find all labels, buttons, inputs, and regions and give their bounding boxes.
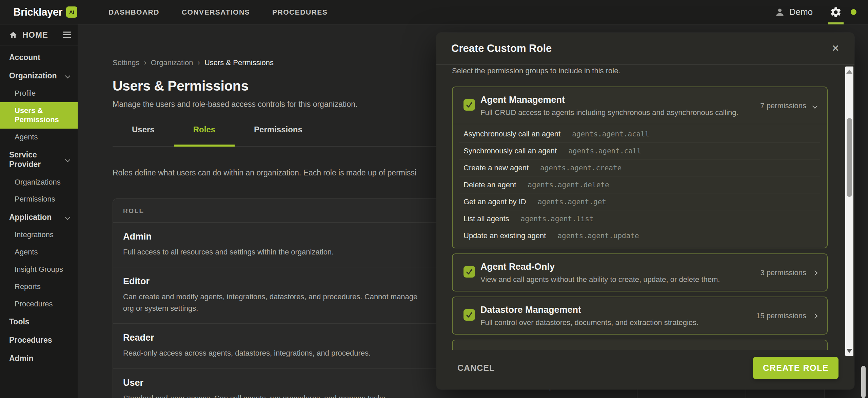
sidebar-item-users-permissions[interactable]: Users & Permissions xyxy=(0,102,78,129)
list-item: Create a new agent agents.agent.create xyxy=(459,159,820,176)
settings-sidebar: HOME Account Organization Profile Users … xyxy=(0,24,78,398)
modal-footer: CANCEL CREATE ROLE xyxy=(436,350,854,390)
permission-label: Delete an agent xyxy=(463,181,516,189)
sidebar-item-admin[interactable]: Admin xyxy=(0,349,78,367)
permission-count: 3 permissions xyxy=(760,268,806,277)
permission-group-header[interactable]: Datastore Management Full control over d… xyxy=(453,297,827,334)
settings-gear-button[interactable] xyxy=(830,0,842,24)
modal-subtitle: Select the permission groups to include … xyxy=(452,67,828,75)
close-icon[interactable]: ✕ xyxy=(832,44,840,53)
permission-group-agent-read-only: Agent Read-Only View and call agents wit… xyxy=(452,253,828,291)
gear-icon xyxy=(830,6,842,18)
sidebar-item-reports[interactable]: Reports xyxy=(0,278,78,296)
permission-group-datastore-management: Datastore Management Full control over d… xyxy=(452,297,828,335)
breadcrumb-current: Users & Permissions xyxy=(204,58,274,67)
check-icon xyxy=(465,311,473,319)
list-item: Get an agent by ID agents.agent.get xyxy=(459,193,820,210)
group-name: Datastore Management xyxy=(480,305,698,315)
nav-procedures[interactable]: PROCEDURES xyxy=(272,8,328,16)
group-name: Agent Management xyxy=(480,95,738,105)
sidebar-item-procedures-app[interactable]: Procedures xyxy=(0,296,78,313)
modal-scrollbar-thumb[interactable] xyxy=(847,118,852,197)
sidebar-item-integrations[interactable]: Integrations xyxy=(0,226,78,244)
nav-conversations[interactable]: CONVERSATIONS xyxy=(182,8,250,16)
chevron-down-icon xyxy=(65,73,71,78)
chevron-right-icon[interactable] xyxy=(812,313,818,319)
list-item: Asynchronously call an agent agents.agen… xyxy=(459,126,820,143)
nav-dashboard[interactable]: DASHBOARD xyxy=(108,8,159,16)
user-menu[interactable]: Demo xyxy=(775,7,813,17)
create-role-button[interactable]: CREATE ROLE xyxy=(753,357,839,379)
permission-code: agents.agent.delete xyxy=(528,181,609,189)
breadcrumb-separator: › xyxy=(198,58,200,67)
check-icon xyxy=(465,101,473,109)
sidebar-item-service-provider[interactable]: Service Provider xyxy=(0,146,78,173)
chevron-down-icon[interactable] xyxy=(812,103,818,109)
chevron-right-icon[interactable] xyxy=(812,270,818,276)
group-name: Agent Read-Only xyxy=(480,262,720,272)
list-item: Synchronously call an agent agents.agent… xyxy=(459,143,820,159)
sidebar-item-insight-groups[interactable]: Insight Groups xyxy=(0,261,78,278)
permission-label: Update an existing agent xyxy=(463,231,546,240)
permission-label: Get an agent by ID xyxy=(463,197,526,206)
sidebar-item-application[interactable]: Application xyxy=(0,208,78,226)
check-icon xyxy=(465,268,473,276)
sidebar-item-agents-app[interactable]: Agents xyxy=(0,244,78,261)
breadcrumb-organization[interactable]: Organization xyxy=(151,58,193,67)
checkbox-checked[interactable] xyxy=(463,309,475,321)
tab-roles[interactable]: Roles xyxy=(174,125,235,146)
page-scrollbar-thumb[interactable] xyxy=(861,366,866,398)
brand-ai-badge: AI xyxy=(66,6,77,18)
permission-group-header[interactable]: Agent Management Full CRUD access to age… xyxy=(453,87,827,124)
permission-count: 15 permissions xyxy=(756,311,806,320)
user-icon xyxy=(775,7,785,17)
sidebar-item-profile[interactable]: Profile xyxy=(0,85,78,102)
create-custom-role-modal: Create Custom Role ✕ Select the permissi… xyxy=(436,33,854,390)
permission-group-agent-management: Agent Management Full CRUD access to age… xyxy=(452,87,828,248)
home-icon xyxy=(9,31,17,39)
permission-label: Create a new agent xyxy=(463,164,529,172)
sidebar-item-tools[interactable]: Tools xyxy=(0,312,78,331)
permission-code: agents.agent.create xyxy=(540,164,622,172)
tab-users[interactable]: Users xyxy=(113,125,174,146)
tab-permissions[interactable]: Permissions xyxy=(235,125,322,146)
permission-group-partial xyxy=(452,340,828,350)
status-dot xyxy=(851,9,856,15)
main-nav: DASHBOARD CONVERSATIONS PROCEDURES xyxy=(108,8,328,16)
scrollbar-up-arrow-icon[interactable] xyxy=(846,70,852,74)
checkbox-checked[interactable] xyxy=(463,266,475,278)
cancel-button[interactable]: CANCEL xyxy=(457,363,495,373)
modal-scroll-area: Select the permission groups to include … xyxy=(436,65,854,350)
group-description: Full control over datastores, documents,… xyxy=(480,318,698,327)
home-label: HOME xyxy=(22,30,48,40)
sidebar-item-organizations[interactable]: Organizations xyxy=(0,174,78,191)
permission-code: agents.agent.update xyxy=(557,232,639,240)
sidebar-item-procedures[interactable]: Procedures xyxy=(0,331,78,349)
group-description: Full CRUD access to agents including syn… xyxy=(480,108,738,117)
permission-group-header[interactable]: Agent Read-Only View and call agents wit… xyxy=(453,254,827,291)
breadcrumb-separator: › xyxy=(144,58,146,67)
sidebar-item-agents[interactable]: Agents xyxy=(0,129,78,146)
chevron-down-icon xyxy=(65,214,71,220)
app-window: Bricklayer AI DASHBOARD CONVERSATIONS PR… xyxy=(0,0,868,398)
brand-logo[interactable]: Bricklayer AI xyxy=(13,6,77,18)
checkbox-checked[interactable] xyxy=(463,99,475,111)
permission-code: agents.agent.get xyxy=(538,198,606,206)
permission-code: agents.agent.acall xyxy=(572,130,649,138)
modal-title: Create Custom Role xyxy=(451,42,552,55)
sidebar-nav-list: Account Organization Profile Users & Per… xyxy=(0,45,78,367)
modal-scrollbar-track[interactable] xyxy=(845,67,853,356)
group-description: View and call agents without the ability… xyxy=(480,275,720,284)
permission-count: 7 permissions xyxy=(760,101,806,110)
sidebar-item-organization[interactable]: Organization xyxy=(0,67,78,85)
sidebar-home[interactable]: HOME xyxy=(0,24,78,45)
permission-label: Asynchronously call an agent xyxy=(463,130,560,138)
sidebar-item-account[interactable]: Account xyxy=(0,48,78,67)
sidebar-item-permissions[interactable]: Permissions xyxy=(0,191,78,208)
role-description: Standard end-user access. Can call agent… xyxy=(123,393,423,398)
list-item: Delete an agent agents.agent.delete xyxy=(459,176,820,193)
list-item: List all agents agents.agent.list xyxy=(459,210,820,227)
breadcrumb-settings[interactable]: Settings xyxy=(113,58,140,67)
menu-toggle-icon[interactable] xyxy=(63,32,71,38)
brand-name: Bricklayer xyxy=(13,6,62,18)
